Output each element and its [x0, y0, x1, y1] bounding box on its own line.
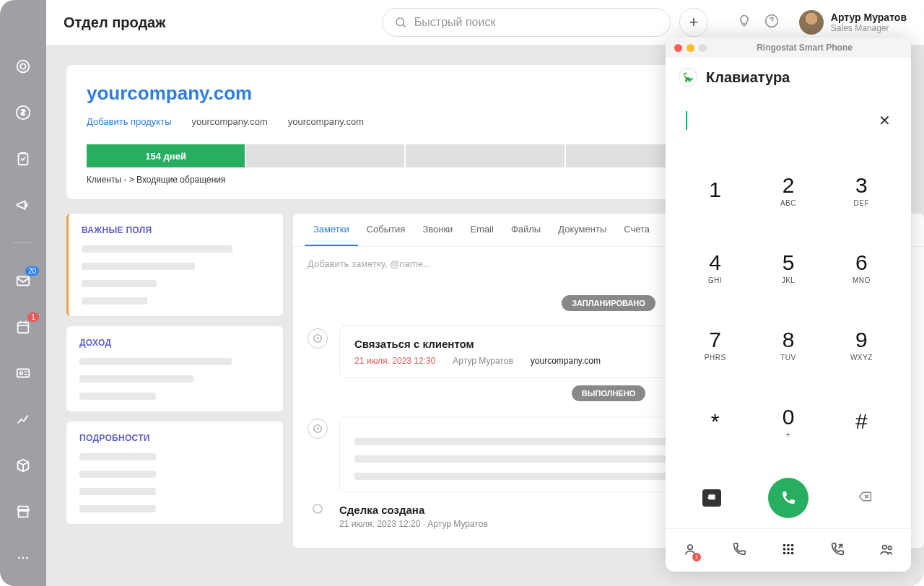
history-icon[interactable]: [731, 541, 747, 560]
tab-events[interactable]: События: [358, 214, 414, 246]
svg-point-7: [19, 372, 22, 375]
svg-point-26: [883, 545, 887, 549]
tab-calls[interactable]: Звонки: [414, 214, 461, 246]
clock-icon: [308, 419, 328, 439]
key-sub: PHRS: [705, 354, 726, 362]
dial-key-8[interactable]: 8TUV: [751, 306, 824, 383]
key-sub: ABC: [780, 199, 796, 207]
clear-input-button[interactable]: ✕: [879, 112, 891, 129]
skeleton: [79, 375, 193, 382]
dial-key-*[interactable]: *: [679, 383, 751, 460]
more-icon[interactable]: [14, 549, 32, 567]
dial-key-3[interactable]: 3DEF: [825, 152, 898, 229]
dollar-icon[interactable]: [14, 104, 32, 121]
contacts-icon[interactable]: 1: [682, 541, 698, 560]
clock-icon: [308, 328, 328, 349]
tab-notes[interactable]: Заметки: [305, 214, 358, 246]
key-num: 6: [855, 250, 868, 275]
svg-point-16: [688, 545, 692, 549]
dial-key-6[interactable]: 6MNO: [825, 229, 898, 306]
key-sub: TUV: [780, 354, 796, 362]
phone-bottom-nav: 1: [666, 528, 911, 572]
card-icon[interactable]: [14, 364, 32, 382]
traffic-close-icon[interactable]: [674, 44, 682, 52]
key-num: 5: [783, 250, 795, 275]
svg-point-23: [783, 551, 786, 554]
tab-files[interactable]: Файлы: [502, 214, 549, 246]
user-name: Артур Муратов: [831, 12, 907, 23]
phone-input-cursor[interactable]: [686, 111, 687, 130]
clipboard-icon[interactable]: [14, 150, 32, 167]
store-icon[interactable]: [14, 503, 32, 520]
team-icon[interactable]: [879, 541, 894, 560]
skeleton: [82, 280, 157, 287]
callback-icon[interactable]: [829, 541, 845, 560]
traffic-min-icon[interactable]: [687, 44, 694, 52]
svg-point-17: [783, 543, 786, 546]
help-icon[interactable]: [764, 14, 779, 31]
svg-point-19: [791, 543, 794, 546]
dial-key-0[interactable]: 0+: [751, 383, 824, 460]
breadcrumb-item[interactable]: yourcompany.com: [288, 116, 364, 127]
key-num: 2: [783, 173, 795, 198]
dial-key-2[interactable]: 2ABC: [751, 152, 824, 229]
mail-badge: 20: [25, 266, 39, 276]
key-num: 7: [709, 328, 721, 352]
svg-point-9: [22, 557, 25, 559]
skeleton: [82, 245, 232, 253]
panel-details: ПОДРОБНОСТИ: [66, 421, 283, 524]
avatar: [799, 10, 824, 35]
calendar-icon[interactable]: 1: [14, 318, 32, 336]
stage[interactable]: [246, 144, 404, 167]
panel-income: ДОХОД: [66, 326, 283, 411]
skeleton: [79, 471, 156, 478]
dial-key-7[interactable]: 7PHRS: [679, 306, 751, 383]
dialpad: 12ABC3DEF4GHI5JKL6MNO7PHRS8TUV9WXYZ*0+#: [666, 144, 911, 468]
tab-docs[interactable]: Документы: [549, 214, 615, 246]
dial-key-9[interactable]: 9WXYZ: [825, 306, 898, 383]
add-products-link[interactable]: Добавить продукты: [87, 116, 172, 127]
skeleton: [79, 393, 156, 400]
dial-key-#[interactable]: #: [825, 383, 898, 460]
add-button[interactable]: +: [679, 8, 708, 37]
nav-rail: 20 1: [0, 0, 46, 586]
timeline-dot-icon: [313, 504, 323, 514]
svg-point-20: [783, 548, 786, 551]
box-icon[interactable]: [14, 457, 32, 474]
dial-key-1[interactable]: 1: [679, 152, 751, 229]
tab-email[interactable]: Email: [461, 214, 502, 246]
dial-key-4[interactable]: 4GHI: [679, 229, 751, 306]
mail-icon[interactable]: 20: [14, 272, 32, 289]
traffic-max-icon[interactable]: [699, 44, 707, 52]
chart-icon[interactable]: [14, 411, 32, 428]
dial-key-5[interactable]: 5JKL: [751, 229, 824, 306]
stage[interactable]: [406, 144, 564, 167]
key-num: #: [855, 409, 868, 434]
megaphone-icon[interactable]: [14, 196, 32, 214]
breadcrumb-item[interactable]: yourcompany.com: [192, 116, 268, 127]
key-sub: MNO: [853, 276, 871, 284]
bulb-icon[interactable]: [737, 14, 751, 31]
key-num: 3: [855, 173, 868, 198]
pill-planned: ЗАПЛАНИРОВАНО: [562, 295, 655, 311]
backspace-button[interactable]: [855, 489, 874, 507]
skeleton: [82, 297, 147, 305]
call-button[interactable]: [768, 478, 808, 518]
skeleton: [79, 505, 156, 512]
key-num: *: [711, 409, 720, 434]
search-input[interactable]: Быстрый поиск: [382, 8, 671, 37]
phone-logo-icon: 🦕: [679, 68, 697, 87]
target-icon[interactable]: [14, 58, 32, 75]
svg-point-1: [20, 64, 25, 69]
dialpad-icon[interactable]: [780, 541, 796, 560]
user-role: Sales Manager: [831, 23, 907, 33]
task-date: 21 июля. 2023 12:30: [354, 356, 435, 366]
stage-active[interactable]: 154 дней: [87, 144, 245, 167]
task-company: yourcompany.com: [531, 356, 601, 366]
tab-invoices[interactable]: Счета: [615, 214, 658, 246]
deal-company: yourcompany.com: [87, 82, 364, 105]
skeleton: [79, 488, 156, 495]
add-message-button[interactable]: +: [702, 489, 721, 507]
search-icon: [394, 16, 407, 29]
user-chip[interactable]: Артур Муратов Sales Manager: [799, 10, 907, 35]
